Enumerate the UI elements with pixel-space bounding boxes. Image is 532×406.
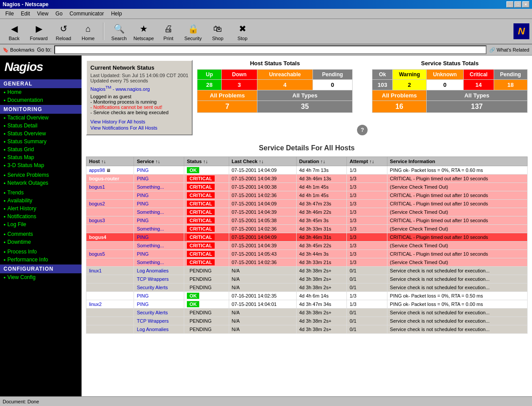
- host-link[interactable]: linux1: [89, 268, 102, 273]
- all-types-link[interactable]: All Types: [257, 90, 353, 101]
- col-last-check[interactable]: Last Check ↑↓: [229, 156, 296, 166]
- td-down[interactable]: 3: [221, 80, 257, 90]
- sidebar-item-tactical-overview[interactable]: ● Tactical Overview: [0, 114, 82, 122]
- host-link[interactable]: bogus1: [89, 184, 105, 190]
- service-link[interactable]: Log Anomalies: [137, 327, 168, 332]
- minimize-button[interactable]: _: [506, 1, 513, 7]
- sidebar-item-status-summary[interactable]: ● Status Summary: [0, 138, 82, 145]
- svc-all-types-link[interactable]: All Types: [426, 90, 527, 101]
- all-problems-link[interactable]: All Problems: [197, 90, 257, 101]
- service-link[interactable]: TCP Wrappers: [137, 318, 168, 324]
- svc-all-problems-value[interactable]: 16: [372, 101, 427, 113]
- host-link[interactable]: linux2: [89, 302, 102, 307]
- view-history-link[interactable]: View History For All hosts: [90, 119, 145, 124]
- menu-go[interactable]: Go: [52, 10, 66, 18]
- col-duration[interactable]: Duration ↑↓: [296, 156, 347, 166]
- td-svc-ok[interactable]: 103: [372, 80, 393, 90]
- sidebar-item-downtime[interactable]: ● Downtime: [0, 238, 82, 246]
- back-button[interactable]: ◀ Back: [3, 21, 26, 42]
- menu-edit[interactable]: Edit: [17, 10, 33, 18]
- th-up[interactable]: Up: [197, 70, 221, 80]
- th-down[interactable]: Down: [221, 70, 257, 80]
- sidebar-item-documentation[interactable]: ● Documentation: [0, 96, 82, 104]
- menu-help[interactable]: Help: [108, 10, 126, 18]
- td-up[interactable]: 28: [197, 80, 221, 90]
- service-link[interactable]: PING: [137, 235, 149, 240]
- sidebar-item-view-config[interactable]: ● View Config: [0, 273, 82, 281]
- td-svc-warning[interactable]: 2: [393, 80, 427, 90]
- menu-view[interactable]: View: [33, 10, 52, 18]
- sidebar-item-status-detail[interactable]: ● Status Detail: [0, 122, 82, 130]
- service-link[interactable]: Security Alerts: [137, 285, 167, 290]
- service-link[interactable]: Something...: [137, 260, 164, 265]
- sidebar-item-comments[interactable]: ● Comments: [0, 230, 82, 238]
- sidebar-item-service-problems[interactable]: ● Service Problems: [0, 171, 82, 179]
- address-input[interactable]: [54, 45, 487, 54]
- td-unreachable[interactable]: 4: [257, 80, 313, 90]
- td-pending[interactable]: 0: [313, 80, 353, 90]
- sidebar-item-status-overview[interactable]: ● Status Overview: [0, 130, 82, 138]
- sidebar-item-network-outages[interactable]: ● Network Outages: [0, 179, 82, 187]
- sidebar-item-performance-info[interactable]: ● Performance Info: [0, 256, 82, 264]
- sidebar-item-3d-status-map[interactable]: ● 3-D Status Map: [0, 161, 82, 169]
- service-link[interactable]: Log Anomalies: [137, 268, 168, 273]
- sidebar-item-process-info[interactable]: ● Process Info: [0, 248, 82, 256]
- close-button[interactable]: ×: [522, 1, 529, 7]
- netscape-button[interactable]: ★ Netscape: [132, 21, 155, 42]
- reload-button[interactable]: ↺ Reload: [52, 21, 75, 42]
- col-status[interactable]: Status ↑↓: [184, 156, 229, 166]
- td-svc-critical[interactable]: 14: [464, 80, 494, 90]
- col-attempt[interactable]: Attempt ↑↓: [347, 156, 387, 166]
- service-link[interactable]: PING: [137, 168, 149, 173]
- bookmarks-label[interactable]: 🔖 Bookmarks: [3, 47, 34, 53]
- window-controls[interactable]: _ □ ×: [506, 1, 529, 7]
- service-link[interactable]: PING: [137, 201, 149, 206]
- whats-related-label[interactable]: 🔗 What's Related: [489, 47, 529, 53]
- maximize-button[interactable]: □: [514, 1, 521, 7]
- th-svc-warning[interactable]: Warning: [393, 70, 427, 80]
- sidebar-item-home[interactable]: ● Home: [0, 88, 82, 96]
- td-svc-unknown[interactable]: 0: [426, 80, 463, 90]
- nagios-link[interactable]: NagiosTM - www.nagios.org: [90, 86, 150, 92]
- service-link[interactable]: PING: [137, 218, 149, 223]
- search-button[interactable]: 🔍 Search: [108, 21, 130, 42]
- service-link[interactable]: PING: [137, 251, 149, 257]
- service-link[interactable]: PING: [137, 293, 149, 298]
- service-link[interactable]: Something...: [137, 243, 164, 248]
- th-svc-ok[interactable]: Ok: [372, 70, 393, 80]
- help-icon[interactable]: ?: [357, 125, 368, 135]
- td-svc-pending[interactable]: 18: [494, 80, 527, 90]
- stop-button[interactable]: ✖ Stop: [231, 21, 254, 42]
- host-link[interactable]: apps98: [89, 168, 105, 173]
- sidebar-item-log-file[interactable]: ● Log File: [0, 220, 82, 228]
- service-link[interactable]: PING: [137, 176, 149, 181]
- home-button[interactable]: ⌂ Home: [77, 21, 100, 42]
- sidebar-item-status-grid[interactable]: ● Status Grid: [0, 145, 82, 153]
- menu-file[interactable]: File: [2, 10, 17, 18]
- th-svc-critical[interactable]: Critical: [464, 70, 494, 80]
- service-link[interactable]: Security Alerts: [137, 310, 167, 315]
- view-notifications-link[interactable]: View Notifications For All Hosts: [90, 125, 157, 130]
- service-link[interactable]: Something...: [137, 226, 164, 231]
- sidebar-item-availability[interactable]: ● Availability: [0, 197, 82, 205]
- menu-communicator[interactable]: Communicator: [66, 10, 108, 18]
- service-link[interactable]: Something...: [137, 184, 164, 190]
- shop-button[interactable]: 🛍 Shop: [206, 21, 229, 42]
- host-link[interactable]: bogus2: [89, 201, 105, 206]
- host-link[interactable]: bogus-router: [89, 176, 119, 181]
- col-service[interactable]: Service ↑↓: [134, 156, 184, 166]
- sidebar-item-notifications[interactable]: ● Notifications: [0, 212, 82, 220]
- th-svc-unknown[interactable]: Unknown: [426, 70, 463, 80]
- security-button[interactable]: 🔒 Security: [182, 21, 205, 42]
- all-problems-value[interactable]: 7: [197, 101, 257, 113]
- host-link[interactable]: bogus3: [89, 218, 105, 223]
- th-svc-pending[interactable]: Pending: [494, 70, 527, 80]
- sidebar-item-status-map[interactable]: ● Status Map: [0, 153, 82, 161]
- svc-all-problems-link[interactable]: All Problems: [372, 90, 427, 101]
- service-link[interactable]: Something...: [137, 209, 164, 215]
- sidebar-item-alert-history[interactable]: ● Alert History: [0, 205, 82, 212]
- print-button[interactable]: 🖨 Print: [157, 21, 180, 42]
- th-unreachable[interactable]: Unreachable: [257, 70, 313, 80]
- host-link[interactable]: bogus4: [89, 235, 106, 240]
- service-link[interactable]: PING: [137, 302, 149, 307]
